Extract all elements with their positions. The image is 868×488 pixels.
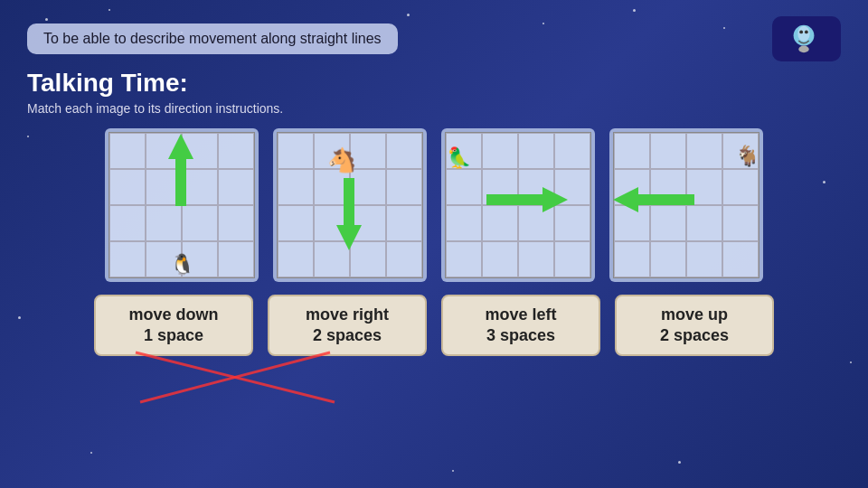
grids-row: 🐧: [27, 128, 841, 282]
cell: [109, 205, 146, 241]
grid-container-3: 🦜: [441, 128, 595, 282]
cell: [446, 241, 482, 277]
cell: [554, 133, 590, 169]
cell: [722, 205, 759, 241]
cell: [278, 241, 314, 277]
cell: [218, 133, 254, 169]
cell: [722, 241, 759, 277]
cell: [146, 205, 182, 241]
cell: [482, 241, 518, 277]
star: [90, 452, 92, 454]
cell: [518, 241, 554, 277]
cell: [109, 169, 146, 205]
grid-wrapper-2: 🐴: [273, 128, 427, 282]
cell: [614, 133, 650, 169]
cell: [686, 133, 722, 169]
grid-container-1: 🐧: [105, 128, 259, 282]
cell: [446, 205, 482, 241]
arrow-up-svg: [168, 134, 193, 206]
cell: [109, 133, 146, 169]
arrow-down-svg: [336, 178, 362, 250]
arrow-right-svg: [486, 187, 568, 212]
penguin-emoji: 🐧: [170, 253, 194, 277]
cell: [518, 133, 554, 169]
cell: [218, 241, 254, 277]
grid-container-2: 🐴: [273, 128, 427, 282]
grid-wrapper-1: 🐧: [105, 128, 259, 282]
header-row: To be able to describe movement along st…: [27, 16, 841, 61]
labels-row: move down 1 space move right 2 spaces mo…: [27, 295, 841, 356]
svg-point-1: [797, 26, 809, 42]
cell: [386, 241, 422, 277]
svg-marker-8: [613, 187, 694, 212]
svg-point-3: [805, 31, 808, 34]
logo-icon: [787, 22, 821, 56]
grid-wrapper-3: 🦜: [441, 128, 595, 282]
grid-wrapper-4: 🐐: [609, 128, 763, 282]
cell: [386, 133, 422, 169]
cell: [446, 169, 482, 205]
label-move-up: move up 2 spaces: [615, 295, 774, 356]
cell: [650, 133, 686, 169]
cell: [482, 133, 518, 169]
label-move-down: move down 1 space: [94, 295, 253, 356]
cell: [218, 169, 254, 205]
objective-text: To be able to describe movement along st…: [27, 23, 398, 54]
cell: [650, 241, 686, 277]
star: [678, 461, 681, 464]
svg-point-4: [798, 46, 808, 53]
cell: [686, 241, 722, 277]
parrot-emoji: 🦜: [447, 146, 471, 170]
cell: [278, 169, 314, 205]
cell: [278, 205, 314, 241]
cell: [614, 241, 650, 277]
label-move-right: move right 2 spaces: [268, 295, 427, 356]
svg-point-2: [799, 31, 803, 34]
horse-emoji: 🐴: [327, 146, 356, 174]
cell: [386, 205, 422, 241]
svg-marker-5: [168, 134, 193, 206]
label-move-left: move left 3 spaces: [441, 295, 600, 356]
star: [452, 470, 454, 472]
cell: [722, 169, 759, 205]
cell: [554, 241, 590, 277]
svg-marker-7: [486, 187, 568, 212]
arrow-left-svg: [613, 187, 694, 212]
cell: [386, 169, 422, 205]
cell: [182, 205, 218, 241]
cell: [278, 133, 314, 169]
main-content: To be able to describe movement along st…: [0, 0, 868, 365]
section-title: Talking Time:: [27, 69, 841, 98]
cell: [109, 241, 146, 277]
goat-emoji: 🐐: [735, 145, 760, 168]
svg-marker-6: [336, 178, 362, 250]
match-instruction: Match each image to its direction instru…: [27, 101, 841, 116]
grid-container-4: 🐐: [609, 128, 763, 282]
cell: [218, 205, 254, 241]
maths-shed-logo: [772, 16, 841, 61]
